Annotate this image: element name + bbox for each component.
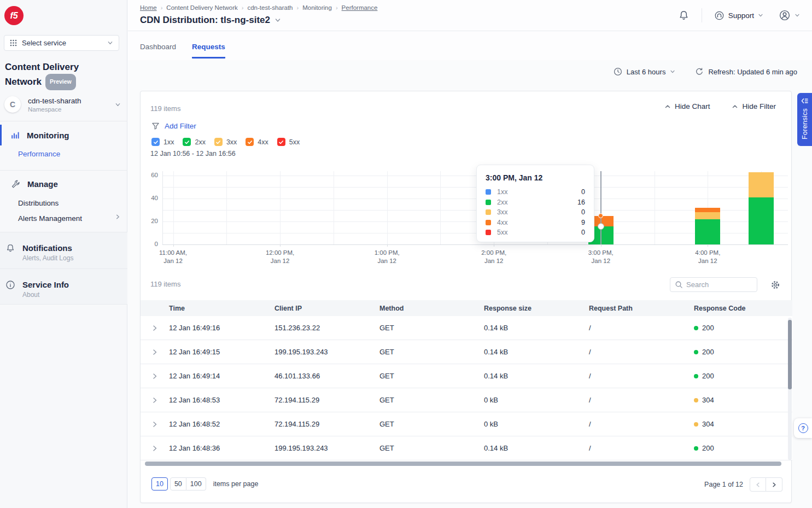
search-input[interactable]	[686, 281, 746, 289]
cell-size: 0 kB	[484, 396, 589, 404]
namespace-selector[interactable]: C cdn-test-sharath Namespace	[0, 92, 127, 117]
filter-checkbox-4xx[interactable]: 4xx	[246, 138, 268, 146]
scrollbar-thumb[interactable]	[145, 462, 781, 466]
expand-row-icon[interactable]	[149, 395, 160, 406]
breadcrumb-separator: ›	[336, 4, 338, 11]
filter-checkbox-5xx[interactable]: 5xx	[277, 138, 300, 146]
chevron-down-icon	[107, 40, 113, 46]
next-page-button[interactable]	[766, 477, 782, 492]
cell-ip: 199.195.193.243	[274, 444, 379, 452]
help-button[interactable]: ?	[794, 418, 812, 438]
breadcrumb-item[interactable]: Monitoring	[302, 4, 332, 11]
breadcrumb-item[interactable]: cdn-test-sharath	[247, 4, 293, 11]
sidebar-item-distributions[interactable]: Distributions	[18, 199, 59, 207]
filter-label: 1xx	[163, 138, 174, 146]
time-toolbar: Last 6 hours Refresh: Updated 6 min ago	[614, 67, 797, 76]
notifications-title: Notifications	[22, 243, 73, 253]
page-size-100[interactable]: 100	[186, 477, 206, 491]
tab-dashboard[interactable]: Dashboard	[140, 43, 176, 57]
support-menu[interactable]: Support	[714, 10, 763, 21]
expand-row-icon[interactable]	[149, 347, 160, 358]
cell-time: 12 Jan 16:49:14	[169, 372, 274, 380]
breadcrumb-item[interactable]: Home	[140, 4, 157, 11]
chevron-right-icon[interactable]	[115, 214, 121, 220]
sidebar-item-service-info[interactable]: Service Info About	[0, 269, 127, 305]
bar-segment-3xx[interactable]	[749, 172, 774, 197]
cell-time: 12 Jan 16:48:53	[169, 396, 274, 404]
f5-logo[interactable]: f5	[4, 6, 24, 25]
page-size-10[interactable]: 10	[151, 477, 168, 491]
cell-path: /	[589, 396, 694, 404]
chevron-down-icon[interactable]	[274, 17, 281, 24]
account-menu[interactable]	[779, 9, 800, 21]
filter-checkbox-1xx[interactable]: 1xx	[151, 138, 174, 146]
tooltip-row: 3xx0	[477, 207, 594, 218]
sidebar-item-performance[interactable]: Performance	[18, 150, 60, 158]
response-code-value: 200	[702, 444, 714, 452]
expand-row-icon[interactable]	[149, 371, 160, 382]
breadcrumb-item[interactable]: Performance	[342, 4, 378, 11]
product-title: Content Delivery NetworkPreview	[5, 60, 79, 90]
page-size-50[interactable]: 50	[170, 477, 186, 491]
expand-row-icon[interactable]	[149, 443, 160, 454]
column-header-method: Method	[379, 305, 484, 312]
x-axis-tick	[494, 244, 494, 247]
cell-response-code: 200	[694, 444, 792, 452]
sidebar-item-notifications[interactable]: Notifications Alerts, Audit Logs	[0, 232, 127, 269]
breadcrumb-separator: ›	[297, 4, 299, 11]
sidebar-item-manage[interactable]: Manage	[0, 173, 127, 195]
table-settings-gear-icon[interactable]	[770, 280, 780, 290]
requests-bar-chart[interactable]: 020406011:00 AM,Jan 1212:00 PM,Jan 121:0…	[141, 171, 792, 265]
add-filter-button[interactable]: Add Filter	[151, 122, 196, 130]
select-service-label: Select service	[22, 39, 66, 47]
bar-segment-3xx[interactable]	[695, 212, 720, 219]
gridline	[173, 171, 174, 244]
table-items-count: 119 items	[150, 280, 180, 288]
tab-requests[interactable]: Requests	[192, 43, 225, 59]
divider	[0, 121, 127, 121]
hover-guide-line	[600, 171, 601, 244]
cell-size: 0.14 kB	[484, 372, 589, 380]
previous-page-button[interactable]	[750, 477, 766, 492]
sidebar-item-alerts-management[interactable]: Alerts Management	[18, 214, 82, 223]
tooltip-series-value: 0	[581, 208, 585, 216]
table-row: 12 Jan 16:49:1446.101.133.66GET0.14 kB/2…	[141, 364, 792, 388]
filter-checkbox-3xx[interactable]: 3xx	[214, 138, 237, 146]
time-range-selector[interactable]: Last 6 hours	[614, 67, 676, 76]
page-size-group: 50100	[170, 477, 206, 491]
gridline	[280, 171, 281, 244]
select-service-dropdown[interactable]: Select service	[4, 35, 119, 51]
expand-row-icon[interactable]	[149, 323, 160, 334]
cell-size: 0.14 kB	[484, 444, 589, 452]
gridline	[387, 171, 388, 244]
cell-size: 0.14 kB	[484, 324, 589, 332]
refresh-icon	[695, 67, 704, 76]
table-horizontal-scrollbar[interactable]	[145, 462, 785, 466]
bar-segment-2xx[interactable]	[695, 219, 720, 244]
cell-ip: 151.236.23.22	[274, 324, 379, 332]
sidebar-item-monitoring[interactable]: Monitoring	[0, 124, 127, 146]
forensics-panel-tab[interactable]: Forensics	[797, 93, 812, 146]
refresh-status-label: Refresh: Updated 6 min ago	[708, 68, 797, 76]
hide-filter-button[interactable]: Hide Filter	[732, 102, 776, 110]
expand-row-icon[interactable]	[149, 419, 160, 430]
row-expander-cell	[141, 347, 169, 358]
divider	[702, 8, 702, 22]
series-swatch-5xx	[486, 230, 491, 235]
product-title-line2: Network	[5, 77, 42, 87]
refresh-control[interactable]: Refresh: Updated 6 min ago	[695, 67, 797, 76]
bar-segment-2xx[interactable]	[749, 197, 774, 244]
column-header-ip: Client IP	[274, 305, 379, 312]
filter-checkbox-2xx[interactable]: 2xx	[183, 138, 205, 146]
gridline	[162, 210, 788, 211]
table-vertical-scrollbar[interactable]	[788, 318, 792, 460]
divider	[0, 170, 127, 171]
scrollbar-thumb[interactable]	[788, 320, 792, 389]
breadcrumb-item[interactable]: Content Delivery Network	[166, 4, 237, 11]
notifications-bell-icon[interactable]	[678, 10, 690, 21]
bar-segment-4xx[interactable]	[695, 208, 720, 212]
cell-ip: 199.195.193.243	[274, 348, 379, 356]
user-icon	[779, 9, 791, 21]
hide-chart-button[interactable]: Hide Chart	[664, 102, 710, 110]
chevron-down-icon	[670, 69, 675, 74]
